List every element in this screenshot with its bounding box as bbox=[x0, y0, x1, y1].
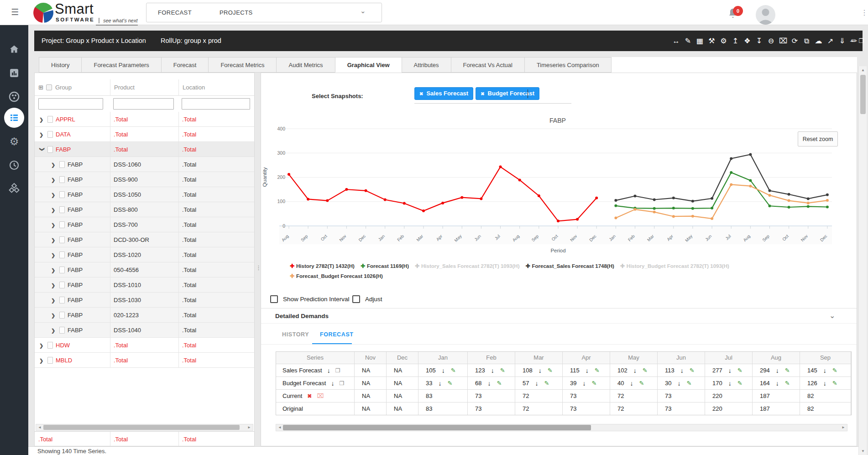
legend-item[interactable]: ✚Forecast 1169(H) bbox=[361, 262, 409, 270]
tab-forecast-metrics[interactable]: Forecast Metrics bbox=[208, 57, 276, 73]
import-icon[interactable]: ⇓ bbox=[838, 37, 846, 45]
sidebar-item-products[interactable] bbox=[4, 178, 24, 199]
apply-down-icon[interactable]: ↓ bbox=[327, 365, 330, 377]
scroll-left-icon[interactable]: ◄ bbox=[38, 425, 42, 430]
tab-audit-metrics[interactable]: Audit Metrics bbox=[276, 57, 335, 73]
adjust-checkbox[interactable] bbox=[352, 295, 360, 303]
scroll-left-icon[interactable]: ◄ bbox=[278, 425, 282, 430]
apply-down-icon[interactable]: ↓ bbox=[630, 377, 633, 389]
tree-row-dss-1060[interactable]: ❯FABPDSS-1060.Total bbox=[35, 157, 254, 172]
product-filter-input[interactable] bbox=[113, 98, 174, 110]
copy-icon[interactable]: ❐ bbox=[339, 377, 344, 389]
forecast-chart[interactable]: 0100200300400AugSepOctNovDecJanFebMarApr… bbox=[261, 121, 857, 256]
edit-pencil-icon[interactable]: ✎ bbox=[785, 377, 790, 389]
apply-down-icon[interactable]: ↓ bbox=[535, 377, 538, 389]
refresh-icon[interactable]: ⟳ bbox=[791, 37, 799, 45]
scroll-right-icon[interactable]: ► bbox=[247, 425, 251, 430]
trash-icon[interactable]: ⌧ bbox=[317, 390, 324, 402]
legend-item[interactable]: ✚History 2782(T) 1432(H) bbox=[290, 262, 355, 270]
scroll-up-icon[interactable]: ▲ bbox=[859, 68, 867, 72]
tree-row-dss-1010[interactable]: ❯FABPDSS-1010.Total bbox=[35, 277, 254, 293]
download-icon[interactable]: ↧ bbox=[755, 37, 763, 45]
tab-forecast-vs-actual[interactable]: Forecast Vs Actual bbox=[451, 57, 524, 73]
vscroll-thumb[interactable] bbox=[860, 75, 866, 114]
edit-pencil-icon[interactable]: ✎ bbox=[643, 365, 648, 377]
chip-remove-icon[interactable]: ✖ bbox=[419, 91, 423, 96]
scroll-down-icon[interactable]: ▼ bbox=[859, 449, 867, 453]
export-icon[interactable]: ↗ bbox=[826, 37, 834, 45]
apply-down-icon[interactable]: ↓ bbox=[438, 377, 441, 389]
edit-pencil-icon[interactable]: ✎ bbox=[785, 365, 790, 377]
panel-splitter[interactable]: ⋮ bbox=[255, 73, 261, 446]
apply-down-icon[interactable]: ↓ bbox=[776, 365, 779, 377]
nav-item-forecast[interactable]: FORECAST bbox=[158, 3, 192, 22]
tag-icon[interactable]: ❖ bbox=[743, 37, 751, 45]
tree-row-mbld[interactable]: ❯MBLD.Total.Total bbox=[35, 353, 254, 368]
tools-icon[interactable]: ⚒ bbox=[708, 37, 716, 45]
expand-chevron-icon[interactable]: ❯ bbox=[51, 173, 57, 187]
tree-row-050-4556[interactable]: ❯FABP050-4556.Total bbox=[35, 262, 254, 277]
edit-pencil-icon[interactable]: ✎ bbox=[639, 377, 644, 389]
tree-row-dss-1020[interactable]: ❯FABPDSS-1020.Total bbox=[35, 247, 254, 262]
legend-item[interactable]: ✚History_Sales Forecast 2782(T) 1093(H) bbox=[415, 262, 519, 270]
expand-chevron-icon[interactable]: ❯ bbox=[51, 263, 57, 277]
nav-chevron-down-icon[interactable]: ⌄ bbox=[360, 7, 366, 15]
tab-history[interactable]: HISTORY bbox=[282, 331, 309, 338]
tree-row-data[interactable]: ❯DATA.Total.Total bbox=[35, 127, 254, 142]
expand-chevron-icon[interactable]: ❯ bbox=[51, 308, 57, 323]
tab-graphical-view[interactable]: Graphical View bbox=[335, 57, 402, 73]
apply-down-icon[interactable]: ↓ bbox=[539, 365, 542, 377]
edit-pencil-icon[interactable]: ✎ bbox=[548, 365, 553, 377]
expand-chevron-icon[interactable]: ❯ bbox=[39, 112, 45, 127]
edit-pencil-icon[interactable]: ✎ bbox=[595, 365, 600, 377]
sidebar-item-groups[interactable] bbox=[4, 87, 24, 107]
apply-down-icon[interactable]: ↓ bbox=[582, 377, 586, 389]
edit-pencil-icon[interactable]: ✎ bbox=[447, 377, 452, 389]
expand-chevron-icon[interactable]: ❯ bbox=[51, 218, 57, 232]
apply-down-icon[interactable]: ↓ bbox=[586, 365, 589, 377]
tree-row-dcd-300-or[interactable]: ❯FABPDCD-300-OR.Total bbox=[35, 232, 254, 247]
legend-item[interactable]: ✚History_Budget Forecast 2782(T) 1093(H) bbox=[620, 262, 729, 270]
edit-pencil-icon[interactable]: ✎ bbox=[544, 377, 549, 389]
tab-forecast[interactable]: FORECAST bbox=[320, 331, 354, 338]
edit-pencil-icon[interactable]: ✎ bbox=[737, 377, 743, 389]
edit-pencil-icon[interactable]: ✎ bbox=[451, 365, 456, 377]
tree-hscroll-thumb[interactable] bbox=[43, 425, 240, 430]
apply-down-icon[interactable]: ↓ bbox=[633, 365, 637, 377]
apply-down-icon[interactable]: ↓ bbox=[776, 377, 779, 389]
expand-chevron-icon[interactable]: ❯ bbox=[51, 278, 57, 293]
legend-item[interactable]: ✚Forecast_Sales Forecast 1748(H) bbox=[525, 262, 614, 270]
show-prediction-interval-checkbox[interactable] bbox=[270, 295, 278, 303]
reset-zoom-button[interactable]: Reset zoom bbox=[798, 131, 838, 146]
table-hscroll-thumb[interactable] bbox=[283, 425, 591, 430]
select-all-checkbox[interactable] bbox=[46, 84, 52, 90]
tree-row-hdw[interactable]: ❯HDW.Total.Total bbox=[35, 338, 254, 353]
resize-horizontal-icon[interactable]: ↔ bbox=[672, 37, 680, 45]
copy-icon[interactable]: ❐ bbox=[335, 365, 340, 377]
expand-chevron-icon[interactable]: ❯ bbox=[35, 147, 50, 153]
restore-icon[interactable]: ❐ bbox=[858, 37, 864, 44]
tree-row-fabp[interactable]: ❯FABP.Total.Total bbox=[35, 142, 254, 157]
table-horizontal-scrollbar[interactable]: ◄ ► bbox=[276, 424, 847, 431]
apply-down-icon[interactable]: ↓ bbox=[491, 365, 494, 377]
settings-gear-icon[interactable]: ⚙ bbox=[720, 37, 727, 45]
tree-row-dss-1040[interactable]: ❯FABPDSS-1040.Total bbox=[35, 323, 254, 338]
copy-icon[interactable]: ⧉ bbox=[803, 37, 810, 45]
tree-horizontal-scrollbar[interactable]: ◄ ► bbox=[36, 424, 253, 431]
expand-chevron-icon[interactable]: ❯ bbox=[39, 127, 45, 142]
apply-down-icon[interactable]: ↓ bbox=[823, 377, 826, 389]
expand-all-icon[interactable]: ⊞ bbox=[38, 84, 43, 91]
expand-chevron-icon[interactable]: ❯ bbox=[51, 188, 57, 202]
edit-pencil-icon[interactable]: ✎ bbox=[832, 365, 837, 377]
nav-item-projects[interactable]: PROJECTS bbox=[220, 3, 253, 22]
tree-row-dss-1050[interactable]: ❯FABPDSS-1050.Total bbox=[35, 187, 254, 202]
legend-item[interactable]: ✚Forecast_Budget Forecast 1026(H) bbox=[290, 272, 383, 280]
upload-icon[interactable]: ↥ bbox=[732, 37, 739, 45]
expand-chevron-icon[interactable]: ❯ bbox=[51, 248, 57, 262]
sidebar-item-timeseries-list[interactable] bbox=[4, 108, 24, 128]
group-filter-input[interactable] bbox=[38, 98, 103, 110]
expand-chevron-icon[interactable]: ❯ bbox=[51, 157, 57, 172]
tab-forecast-parameters[interactable]: Forecast Parameters bbox=[81, 57, 161, 73]
edit-forecast-icon[interactable]: ✎ bbox=[684, 37, 692, 45]
apply-down-icon[interactable]: ↓ bbox=[680, 365, 684, 377]
